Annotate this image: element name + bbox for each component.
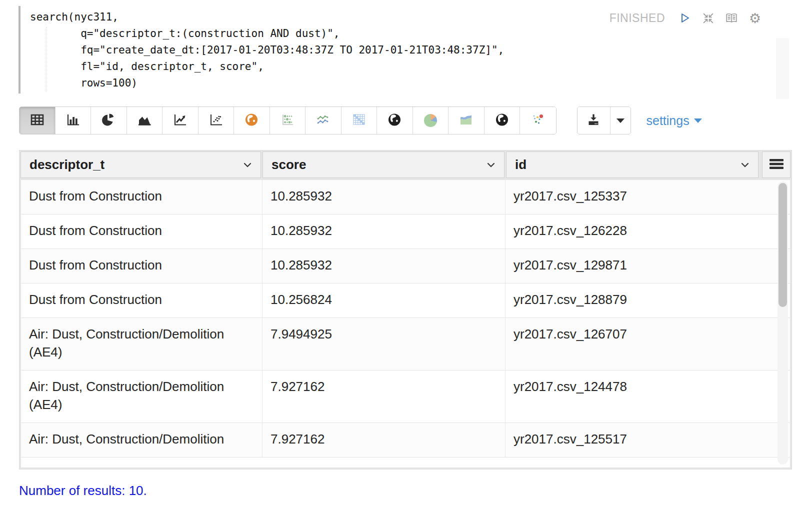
cell-id: yr2017.csv_126707 bbox=[506, 318, 790, 370]
cell-descriptor: Dust from Construction bbox=[21, 284, 262, 318]
pie-chart-icon bbox=[100, 112, 116, 130]
cell-descriptor: Dust from Construction bbox=[21, 180, 262, 214]
notebook-paragraph: search(nyc311, q="descriptor_t:(construc… bbox=[0, 0, 812, 94]
chart-btn-pie-color[interactable] bbox=[413, 107, 449, 134]
code-line: rows=100) bbox=[30, 75, 812, 92]
chart-btn-scatter-color[interactable] bbox=[520, 107, 556, 134]
column-header-score[interactable]: score bbox=[262, 152, 504, 178]
caret-down-icon bbox=[616, 118, 624, 127]
area-chart-color-icon bbox=[458, 112, 474, 130]
chart-btn-globe-2[interactable] bbox=[484, 107, 520, 134]
bubble-chart-icon bbox=[280, 112, 296, 130]
area-chart-icon bbox=[136, 112, 152, 130]
results-count-text: Number of results: 10. bbox=[19, 483, 812, 498]
column-label: score bbox=[272, 157, 306, 172]
chart-btn-scatter[interactable] bbox=[198, 107, 234, 134]
cell-score: 10.285932 bbox=[262, 214, 506, 248]
table-grid-icon bbox=[29, 112, 45, 130]
cell-score: 10.256824 bbox=[262, 284, 506, 318]
table-header-row: descriptor_t score id bbox=[20, 152, 790, 178]
line-chart-icon bbox=[172, 112, 188, 130]
run-play-icon[interactable] bbox=[678, 11, 692, 25]
cell-score: 7.9494925 bbox=[262, 318, 506, 370]
table-row[interactable]: Air: Dust, Construction/Demolition 7.927… bbox=[21, 423, 790, 458]
chevron-down-icon[interactable] bbox=[486, 162, 496, 168]
download-icon bbox=[586, 113, 600, 128]
scatter-plot-color-icon bbox=[530, 112, 546, 130]
code-scrollbar[interactable] bbox=[776, 38, 789, 99]
table-row[interactable]: Dust from Construction 10.256824 yr2017.… bbox=[21, 284, 790, 318]
cell-descriptor: Dust from Construction bbox=[21, 249, 262, 283]
cell-descriptor: Dust from Construction bbox=[21, 214, 262, 248]
chart-btn-table[interactable] bbox=[20, 107, 56, 134]
table-row[interactable]: Dust from Construction 10.285932 yr2017.… bbox=[21, 180, 790, 214]
table-menu-button[interactable] bbox=[762, 152, 790, 178]
table-scrollbar-thumb[interactable] bbox=[778, 183, 787, 307]
cell-id: yr2017.csv_125337 bbox=[506, 180, 790, 214]
chart-btn-pie[interactable] bbox=[91, 107, 127, 134]
table-row[interactable]: Dust from Construction 10.285932 yr2017.… bbox=[21, 249, 790, 284]
table-body[interactable]: Dust from Construction 10.285932 yr2017.… bbox=[20, 180, 790, 468]
cell-score: 10.285932 bbox=[262, 180, 506, 214]
cell-id: yr2017.csv_125517 bbox=[506, 423, 790, 457]
settings-label: settings bbox=[646, 114, 690, 128]
visualization-toolbar: settings bbox=[19, 106, 793, 134]
cell-descriptor: Air: Dust, Construction/Demolition (AE4) bbox=[21, 318, 262, 370]
settings-toggle[interactable]: settings bbox=[646, 114, 702, 128]
hamburger-menu-icon bbox=[769, 158, 784, 172]
code-line: q="descriptor_t:(construction AND dust)"… bbox=[30, 26, 812, 42]
multi-line-chart-icon bbox=[315, 112, 331, 130]
chart-btn-multiline[interactable] bbox=[306, 107, 342, 134]
paragraph-controls: FINISHED ⚙ bbox=[610, 11, 762, 25]
caret-down-icon bbox=[694, 118, 702, 127]
chart-btn-globe[interactable] bbox=[377, 107, 413, 134]
chevron-down-icon[interactable] bbox=[243, 162, 252, 168]
chart-btn-area[interactable] bbox=[127, 107, 163, 134]
map-orange-globe-icon bbox=[244, 112, 260, 130]
chart-btn-line[interactable] bbox=[162, 107, 198, 134]
chevron-down-icon[interactable] bbox=[740, 162, 750, 168]
globe-dark-icon-2 bbox=[494, 112, 510, 130]
collapse-compress-icon[interactable] bbox=[701, 11, 715, 25]
chart-btn-heatmap[interactable] bbox=[342, 107, 378, 134]
table-row[interactable]: Air: Dust, Construction/Demolition (AE4)… bbox=[21, 318, 790, 370]
results-table: descriptor_t score id bbox=[19, 150, 792, 470]
cell-id: yr2017.csv_129871 bbox=[506, 249, 790, 283]
chart-type-group bbox=[19, 106, 556, 134]
globe-dark-icon bbox=[386, 112, 402, 130]
download-options-button[interactable] bbox=[610, 107, 630, 134]
show-editor-book-icon[interactable] bbox=[724, 11, 738, 25]
column-header-descriptor[interactable]: descriptor_t bbox=[20, 152, 261, 178]
table-row[interactable]: Air: Dust, Construction/Demolition (AE4)… bbox=[21, 370, 790, 423]
chart-btn-map[interactable] bbox=[234, 107, 270, 134]
cell-id: yr2017.csv_126228 bbox=[506, 214, 790, 248]
cell-descriptor: Air: Dust, Construction/Demolition (AE4) bbox=[21, 370, 262, 422]
cell-score: 10.285932 bbox=[262, 249, 506, 283]
code-line: fq="create_date_dt:[2017-01-20T03:48:37Z… bbox=[30, 42, 812, 58]
table-scrollbar-track[interactable] bbox=[778, 182, 788, 464]
column-label: id bbox=[515, 157, 526, 172]
table-row[interactable]: Dust from Construction 10.285932 yr2017.… bbox=[21, 214, 790, 249]
column-label: descriptor_t bbox=[30, 157, 104, 172]
pie-chart-color-icon bbox=[424, 114, 437, 127]
cell-id: yr2017.csv_128879 bbox=[506, 284, 790, 318]
scatter-plot-icon bbox=[208, 112, 224, 130]
download-button[interactable] bbox=[578, 107, 610, 134]
status-badge: FINISHED bbox=[610, 12, 665, 25]
cell-descriptor: Air: Dust, Construction/Demolition bbox=[21, 423, 262, 457]
chart-btn-bar[interactable] bbox=[56, 107, 92, 134]
cell-id: yr2017.csv_124478 bbox=[506, 370, 790, 422]
chart-btn-area-color[interactable] bbox=[448, 107, 484, 134]
code-line: fl="id, descriptor_t, score", bbox=[30, 58, 812, 75]
cell-score: 7.927162 bbox=[262, 423, 506, 457]
download-split-button bbox=[577, 106, 631, 134]
bar-chart-icon bbox=[65, 112, 81, 130]
cell-score: 7.927162 bbox=[262, 370, 506, 422]
column-header-id[interactable]: id bbox=[506, 152, 758, 178]
heatmap-icon bbox=[351, 112, 367, 130]
paragraph-gear-icon[interactable]: ⚙ bbox=[748, 11, 762, 25]
chart-btn-bubble[interactable] bbox=[270, 107, 306, 134]
indent-guide bbox=[46, 27, 46, 92]
